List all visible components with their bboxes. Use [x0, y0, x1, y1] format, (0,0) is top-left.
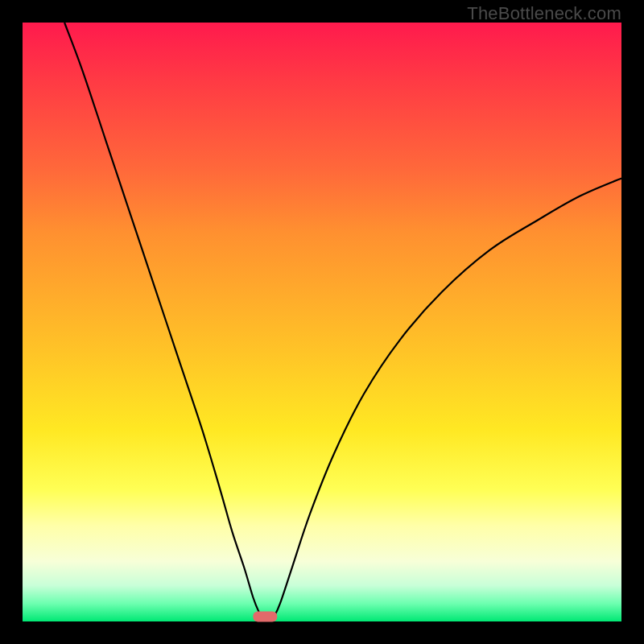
curve-left-branch	[64, 23, 262, 617]
curve-layer	[0, 0, 644, 644]
optimal-marker	[253, 612, 277, 622]
watermark: TheBottleneck.com	[467, 3, 621, 24]
curve-right-branch	[274, 178, 621, 617]
chart-frame: TheBottleneck.com	[0, 0, 644, 644]
